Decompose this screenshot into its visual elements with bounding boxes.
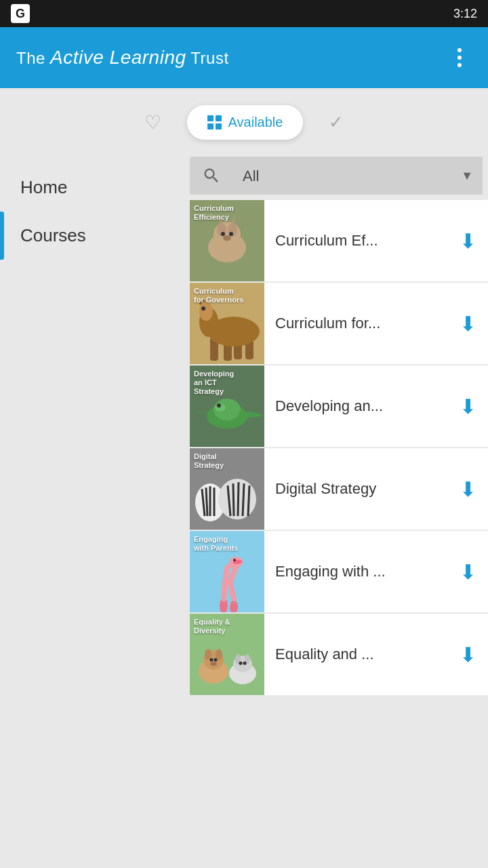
download-icon: ⬇ xyxy=(460,643,476,667)
course-thumbnail: Engagingwith Parents xyxy=(190,531,264,612)
sidebar-item-courses-label: Courses xyxy=(20,225,86,245)
course-list-area: All Category 1 Category 2 xyxy=(190,150,488,696)
available-filter-button[interactable]: Available xyxy=(187,105,304,140)
thumbnail-label: Equality &Diversity xyxy=(190,614,264,638)
svg-point-44 xyxy=(205,649,211,660)
svg-point-53 xyxy=(239,662,243,665)
status-bar: G 3:12 xyxy=(0,0,488,27)
course-title: Engaging with ... xyxy=(264,563,447,580)
svg-point-45 xyxy=(216,649,222,660)
svg-line-33 xyxy=(238,482,239,516)
sidebar: Home Courses xyxy=(0,150,190,696)
download-button[interactable]: ⬇ xyxy=(447,395,488,418)
download-button[interactable]: ⬇ xyxy=(447,229,488,253)
download-icon: ⬇ xyxy=(460,395,476,418)
download-icon: ⬇ xyxy=(460,560,476,584)
svg-line-35 xyxy=(248,486,249,516)
course-thumbnail: Equality &Diversity xyxy=(190,614,264,695)
app-bar: The Active Learning Trust xyxy=(0,27,488,88)
course-item[interactable]: Engagingwith Parents Engaging with ... ⬇ xyxy=(190,531,488,612)
download-button[interactable]: ⬇ xyxy=(447,477,488,501)
svg-point-47 xyxy=(214,658,218,662)
verified-icon: ✓ xyxy=(329,112,344,133)
download-button[interactable]: ⬇ xyxy=(447,560,488,584)
thumbnail-label: Curriculumfor Governors xyxy=(190,283,264,307)
course-item[interactable]: Curriculumfor Governors Curriculum for..… xyxy=(190,283,488,364)
svg-line-34 xyxy=(243,484,244,516)
sidebar-item-home-label: Home xyxy=(20,177,67,197)
thumbnail-label: Developingan ICTStrategy xyxy=(190,366,264,399)
filter-tabs: ♡ Available ✓ xyxy=(0,88,488,150)
course-title: Equality and ... xyxy=(264,646,447,663)
verified-filter-button[interactable]: ✓ xyxy=(319,102,353,142)
course-item[interactable]: Equality &Diversity Equality and ... ⬇ xyxy=(190,614,488,695)
favorites-filter-button[interactable]: ♡ xyxy=(135,102,171,143)
course-item[interactable]: Developingan ICTStrategy Developing an..… xyxy=(190,366,488,447)
app-title: The Active Learning Trust xyxy=(16,47,229,68)
svg-point-2 xyxy=(214,222,241,246)
svg-line-27 xyxy=(206,488,207,516)
grid-icon xyxy=(207,115,222,130)
svg-point-23 xyxy=(217,403,221,408)
svg-point-8 xyxy=(221,232,225,236)
download-icon: ⬇ xyxy=(460,312,476,336)
available-label: Available xyxy=(228,115,283,130)
category-filter-select[interactable]: All Category 1 Category 2 xyxy=(233,157,483,195)
course-thumbnail: Curriculumfor Governors xyxy=(190,283,264,364)
app-launcher-icon: G xyxy=(11,4,30,23)
svg-point-54 xyxy=(243,662,247,665)
course-thumbnail: CurriculumEfficiency xyxy=(190,200,264,281)
search-filter-row: All Category 1 Category 2 xyxy=(190,157,488,195)
more-menu-button[interactable] xyxy=(447,45,472,70)
svg-point-7 xyxy=(223,235,231,241)
svg-point-48 xyxy=(210,662,217,666)
status-time: 3:12 xyxy=(453,7,477,21)
course-item[interactable]: CurriculumEfficiency Curriculum Ef... ⬇ xyxy=(190,200,488,281)
heart-icon: ♡ xyxy=(144,111,161,134)
download-icon: ⬇ xyxy=(460,477,476,501)
sidebar-item-home[interactable]: Home xyxy=(0,163,190,212)
course-title: Curriculum for... xyxy=(264,315,447,332)
content-area: ♡ Available ✓ Home Courses xyxy=(0,88,488,696)
thumbnail-label: CurriculumEfficiency xyxy=(190,200,264,224)
download-button[interactable]: ⬇ xyxy=(447,312,488,336)
search-icon xyxy=(202,166,221,185)
thumbnail-label: DigitalStrategy xyxy=(190,448,264,473)
status-bar-left: G xyxy=(11,4,30,23)
svg-point-9 xyxy=(229,232,233,236)
svg-point-46 xyxy=(210,658,214,662)
sidebar-item-courses[interactable]: Courses xyxy=(0,212,190,260)
course-item[interactable]: DigitalStrategy Digital Strategy ⬇ xyxy=(190,448,488,530)
course-title: Curriculum Ef... xyxy=(264,232,447,250)
svg-point-40 xyxy=(233,559,236,561)
course-title: Developing an... xyxy=(264,397,447,415)
download-button[interactable]: ⬇ xyxy=(447,643,488,667)
course-thumbnail: DigitalStrategy xyxy=(190,448,264,530)
course-thumbnail: Developingan ICTStrategy xyxy=(190,366,264,447)
search-button[interactable] xyxy=(190,157,233,195)
thumbnail-label: Engagingwith Parents xyxy=(190,531,264,555)
category-filter-wrapper[interactable]: All Category 1 Category 2 xyxy=(233,157,483,195)
course-title: Digital Strategy xyxy=(264,480,447,498)
download-icon: ⬇ xyxy=(460,229,476,253)
main-layout: Home Courses All Category 1 Cate xyxy=(0,150,488,696)
svg-line-32 xyxy=(233,484,234,516)
